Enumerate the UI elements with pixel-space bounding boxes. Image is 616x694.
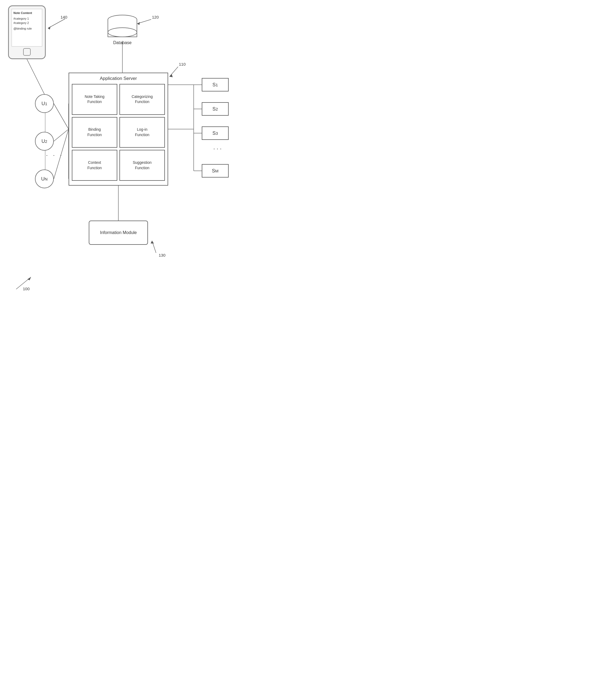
server-sm: SM	[202, 164, 229, 178]
svg-marker-20	[151, 241, 154, 243]
database-cylinder	[108, 15, 137, 39]
suggestion-function: SuggestionFunction	[120, 150, 165, 181]
svg-line-8	[54, 129, 69, 141]
login-function: Log-inFunction	[120, 117, 165, 148]
svg-line-19	[152, 241, 156, 253]
application-server: Application Server Note TakingFunction C…	[69, 73, 168, 186]
label-130: 130	[159, 253, 165, 257]
servers-ellipsis: · · ·	[213, 145, 222, 152]
user-u1: U1	[35, 94, 54, 113]
label-110: 110	[179, 62, 186, 67]
binding-rule-label: @binding rule	[14, 26, 40, 31]
mobile-screen: Note Content #category 1 #category 2 @bi…	[12, 9, 42, 47]
db-bottom	[108, 28, 137, 37]
label-120: 120	[152, 15, 159, 19]
svg-marker-24	[28, 277, 31, 280]
svg-line-9	[54, 129, 69, 179]
diagram: Note Content #category 1 #category 2 @bi…	[0, 0, 269, 301]
database-container: Database	[105, 15, 140, 45]
users-ellipsis: ···	[43, 155, 65, 157]
svg-line-7	[54, 104, 69, 129]
mobile-home-button	[23, 48, 31, 56]
user-u2: U2	[35, 132, 54, 151]
app-server-title: Application Server	[72, 76, 165, 81]
server-s2: S2	[202, 102, 229, 116]
label-100-arrow	[11, 274, 38, 291]
database-label: Database	[105, 40, 140, 45]
categorizing-function: CategorizingFunction	[120, 84, 165, 115]
svg-marker-1	[48, 26, 51, 30]
mobile-device: Note Content #category 1 #category 2 @bi…	[8, 5, 46, 59]
note-taking-function: Note TakingFunction	[72, 84, 117, 115]
svg-line-0	[48, 19, 65, 28]
category2-label: #category 2	[14, 21, 40, 25]
server-s3: S3	[202, 126, 229, 140]
svg-marker-5	[169, 74, 173, 77]
svg-line-4	[169, 67, 178, 77]
note-content-label: Note Content	[14, 11, 40, 15]
context-function: ContextFunction	[72, 150, 117, 181]
category1-label: #category 1	[14, 16, 40, 21]
server-s1: S1	[202, 78, 229, 91]
label-140: 140	[60, 15, 67, 19]
binding-function: BindingFunction	[72, 117, 117, 148]
information-module: Information Module	[89, 221, 148, 245]
user-un: UN	[35, 169, 54, 188]
svg-line-21	[27, 59, 44, 94]
function-grid: Note TakingFunction CategorizingFunction…	[72, 84, 165, 181]
